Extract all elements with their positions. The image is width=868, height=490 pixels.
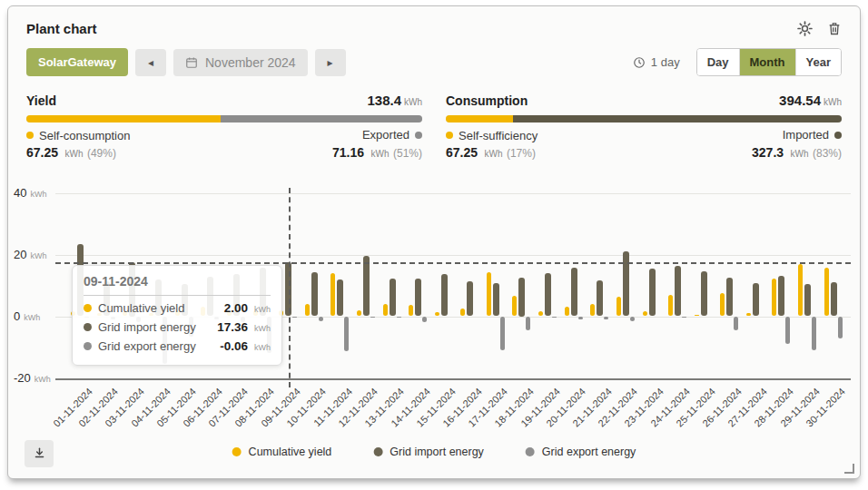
bar-grid-import-energy-15-11-2024[interactable] bbox=[441, 274, 448, 317]
chevron-right-icon: ▸ bbox=[328, 56, 333, 69]
bar-grid-import-energy-27-11-2024[interactable] bbox=[753, 283, 759, 316]
bar-cumulative-yield-27-11-2024[interactable] bbox=[746, 313, 751, 316]
bar-cumulative-yield-26-11-2024[interactable] bbox=[720, 293, 725, 316]
self-consumption-label: Self-consumption bbox=[26, 129, 130, 142]
bar-grid-export-energy-18-11-2024[interactable] bbox=[526, 317, 530, 330]
bar-grid-export-energy-29-11-2024[interactable] bbox=[812, 317, 816, 350]
bar-cumulative-yield-21-11-2024[interactable] bbox=[590, 304, 595, 316]
x-axis-labels: 01-11-202402-11-202403-11-202404-11-2024… bbox=[55, 378, 849, 438]
bar-grid-export-energy-22-11-2024[interactable] bbox=[630, 317, 635, 321]
bar-cumulative-yield-29-11-2024[interactable] bbox=[798, 264, 803, 317]
tooltip-divider bbox=[84, 295, 271, 296]
legend-item-cumulative-yield[interactable]: Cumulative yield bbox=[232, 446, 332, 458]
bar-grid-import-energy-16-11-2024[interactable] bbox=[467, 281, 473, 316]
bar-grid-export-energy-20-11-2024[interactable] bbox=[578, 317, 583, 319]
gear-icon bbox=[797, 21, 813, 36]
legend-item-grid-import-energy[interactable]: Grid import energy bbox=[373, 446, 484, 458]
bar-cumulative-yield-22-11-2024[interactable] bbox=[616, 297, 621, 316]
bar-grid-import-energy-28-11-2024[interactable] bbox=[778, 276, 784, 317]
view-year-button[interactable]: Year bbox=[795, 49, 841, 75]
prev-period-button[interactable]: ◂ bbox=[135, 49, 166, 76]
view-month-button[interactable]: Month bbox=[739, 49, 795, 75]
consumption-title: Consumption bbox=[446, 93, 528, 108]
bar-cumulative-yield-19-11-2024[interactable] bbox=[538, 311, 543, 316]
resolution-label: 1 day bbox=[651, 55, 680, 69]
bar-cumulative-yield-24-11-2024[interactable] bbox=[668, 295, 673, 316]
bar-grid-export-energy-17-11-2024[interactable] bbox=[500, 317, 505, 350]
bar-cumulative-yield-13-11-2024[interactable] bbox=[383, 304, 388, 317]
bar-cumulative-yield-11-11-2024[interactable] bbox=[330, 273, 335, 317]
bar-cumulative-yield-28-11-2024[interactable] bbox=[772, 279, 776, 316]
tooltip-row-grid-export-energy: Grid export energy-0.06kWh bbox=[84, 339, 271, 353]
bar-cumulative-yield-16-11-2024[interactable] bbox=[460, 309, 465, 316]
olive-dot-icon bbox=[834, 132, 842, 139]
bar-grid-export-energy-13-11-2024[interactable] bbox=[397, 317, 401, 318]
bar-grid-export-energy-30-11-2024[interactable] bbox=[838, 317, 843, 338]
settings-button[interactable] bbox=[797, 21, 813, 36]
page-title: Plant chart bbox=[26, 21, 97, 36]
bar-grid-import-energy-18-11-2024[interactable] bbox=[518, 278, 525, 317]
bar-grid-export-energy-26-11-2024[interactable] bbox=[734, 317, 738, 331]
bar-grid-import-energy-25-11-2024[interactable] bbox=[701, 271, 707, 316]
bar-grid-import-energy-20-11-2024[interactable] bbox=[571, 268, 577, 317]
vertical-crosshair bbox=[289, 188, 291, 387]
gray-dot-icon bbox=[415, 132, 422, 139]
bar-grid-import-energy-26-11-2024[interactable] bbox=[726, 278, 733, 317]
view-day-button[interactable]: Day bbox=[697, 49, 739, 75]
delete-button[interactable] bbox=[827, 21, 842, 36]
calendar-icon bbox=[185, 56, 198, 69]
trash-icon bbox=[827, 21, 842, 36]
bar-cumulative-yield-20-11-2024[interactable] bbox=[565, 307, 569, 316]
resize-handle-icon[interactable] bbox=[844, 464, 854, 474]
bar-grid-import-energy-12-11-2024[interactable] bbox=[363, 256, 370, 317]
download-button[interactable] bbox=[25, 440, 54, 467]
next-period-button[interactable]: ▸ bbox=[315, 49, 346, 76]
bar-grid-export-energy-10-11-2024[interactable] bbox=[319, 317, 323, 321]
y-tick-40: 40kWh bbox=[14, 185, 55, 199]
bar-grid-import-energy-14-11-2024[interactable] bbox=[415, 279, 421, 316]
bar-grid-export-energy-11-11-2024[interactable] bbox=[344, 317, 349, 352]
bar-grid-import-energy-24-11-2024[interactable] bbox=[675, 266, 681, 317]
y-tick--20: -20kWh bbox=[14, 370, 55, 384]
bar-grid-export-energy-12-11-2024[interactable] bbox=[370, 317, 375, 318]
bar-grid-export-energy-19-11-2024[interactable] bbox=[552, 317, 557, 318]
bar-grid-export-energy-21-11-2024[interactable] bbox=[604, 317, 608, 319]
bar-grid-export-energy-28-11-2024[interactable] bbox=[785, 317, 790, 345]
consumption-split-bar bbox=[446, 115, 842, 122]
bar-grid-import-energy-17-11-2024[interactable] bbox=[493, 283, 499, 316]
bar-cumulative-yield-14-11-2024[interactable] bbox=[409, 305, 413, 317]
plant-chart-card: Plant chart bbox=[7, 5, 861, 479]
bar-grid-import-energy-22-11-2024[interactable] bbox=[623, 251, 629, 316]
header: Plant chart bbox=[8, 6, 860, 36]
toolbar: SolarGateway ◂ November 2024 ▸ 1 day Day… bbox=[8, 36, 860, 76]
chevron-left-icon: ◂ bbox=[148, 56, 153, 69]
period-picker-button[interactable]: November 2024 bbox=[173, 49, 308, 76]
bar-chart: 09-11-2024 Cumulative yield2.00kWhGrid i… bbox=[55, 193, 849, 378]
yield-total: 138.4kWh bbox=[367, 93, 422, 109]
bar-grid-import-energy-23-11-2024[interactable] bbox=[649, 269, 656, 317]
bar-grid-export-energy-09-11-2024[interactable] bbox=[292, 317, 297, 318]
self-sufficiency-label: Self-sufficiency bbox=[446, 129, 538, 142]
consumption-total: 394.54kWh bbox=[779, 93, 842, 109]
bar-cumulative-yield-18-11-2024[interactable] bbox=[512, 296, 517, 316]
bar-cumulative-yield-25-11-2024[interactable] bbox=[695, 315, 699, 317]
self-consumption-value: 67.25 kWh (49%) bbox=[26, 144, 116, 161]
bar-cumulative-yield-17-11-2024[interactable] bbox=[487, 272, 491, 317]
bar-grid-import-energy-21-11-2024[interactable] bbox=[597, 280, 603, 316]
bar-cumulative-yield-10-11-2024[interactable] bbox=[305, 304, 310, 317]
bar-cumulative-yield-23-11-2024[interactable] bbox=[643, 311, 647, 316]
bar-grid-export-energy-24-11-2024[interactable] bbox=[682, 317, 686, 318]
bar-grid-import-energy-30-11-2024[interactable] bbox=[831, 282, 837, 317]
bar-cumulative-yield-15-11-2024[interactable] bbox=[435, 312, 439, 317]
legend-item-grid-export-energy[interactable]: Grid export energy bbox=[526, 446, 636, 458]
bar-grid-import-energy-10-11-2024[interactable] bbox=[311, 272, 318, 316]
bar-cumulative-yield-30-11-2024[interactable] bbox=[824, 268, 829, 316]
bar-grid-import-energy-13-11-2024[interactable] bbox=[390, 279, 396, 316]
bar-grid-import-energy-29-11-2024[interactable] bbox=[804, 284, 811, 317]
bar-grid-export-energy-14-11-2024[interactable] bbox=[422, 317, 427, 323]
bar-cumulative-yield-12-11-2024[interactable] bbox=[357, 310, 361, 317]
bar-grid-import-energy-19-11-2024[interactable] bbox=[545, 273, 551, 317]
summary-section: Yield 138.4kWh Self-consumption Exported… bbox=[8, 76, 860, 161]
bar-grid-import-energy-11-11-2024[interactable] bbox=[337, 279, 343, 317]
gateway-button[interactable]: SolarGateway bbox=[26, 48, 128, 76]
